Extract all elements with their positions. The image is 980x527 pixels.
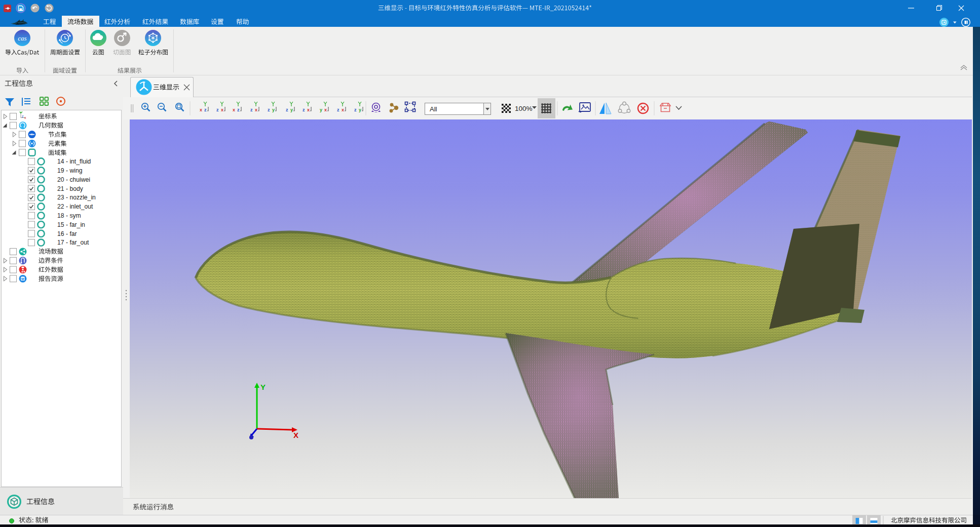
svg-text:z: z [286, 107, 288, 112]
svg-text:z: z [337, 107, 340, 112]
svg-text:y: y [272, 107, 275, 112]
svg-text:z: z [268, 107, 270, 112]
svg-text:14 - int_fluid: 14 - int_fluid [57, 158, 91, 165]
svg-text:19 - wing: 19 - wing [57, 167, 82, 174]
svg-text:16 - far: 16 - far [57, 230, 77, 237]
svg-text:z: z [303, 107, 305, 112]
svg-text:x: x [221, 107, 223, 112]
svg-text:z: z [216, 107, 219, 112]
svg-text:23 - nozzle_in: 23 - nozzle_in [57, 194, 96, 201]
svg-text:y: y [290, 107, 293, 112]
svg-text:x: x [324, 107, 327, 112]
svg-text:20 - chuiwei: 20 - chuiwei [57, 176, 90, 183]
svg-text:17 - far_out: 17 - far_out [57, 239, 89, 246]
svg-text:z: z [22, 114, 24, 118]
svg-text:y: y [320, 107, 322, 112]
svg-text:y: y [359, 107, 361, 112]
svg-text:Y: Y [260, 383, 266, 391]
svg-text:22 - inlet_out: 22 - inlet_out [57, 203, 93, 210]
svg-text:x: x [200, 107, 202, 112]
svg-text:x: x [307, 107, 310, 112]
svg-text:18 - sym: 18 - sym [57, 212, 81, 219]
svg-text:x: x [233, 107, 235, 112]
svg-text:x: x [255, 107, 257, 112]
svg-text:z: z [237, 107, 240, 112]
svg-text:15 - far_in: 15 - far_in [57, 221, 85, 228]
svg-text:x: x [24, 116, 26, 119]
svg-text:x: x [342, 107, 344, 112]
svg-text:z: z [204, 107, 207, 112]
svg-text:X: X [293, 431, 298, 439]
svg-text:z: z [354, 107, 357, 112]
svg-text:21 - body: 21 - body [57, 185, 84, 192]
svg-text:z: z [250, 107, 253, 112]
svg-text:cas: cas [18, 34, 26, 42]
